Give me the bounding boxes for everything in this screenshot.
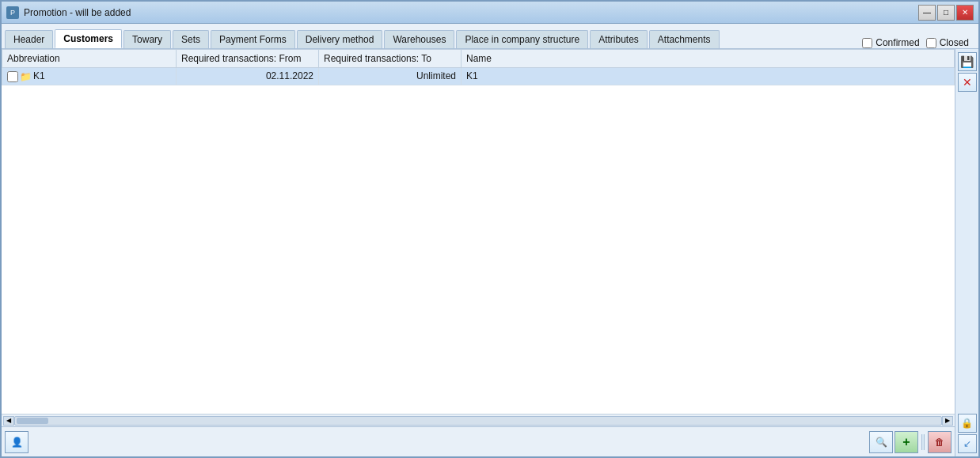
- title-bar: P Promotion - will be added — □ ✕: [2, 2, 978, 24]
- header-options: Confirmed Closed: [856, 37, 975, 48]
- app-icon: P: [6, 6, 19, 19]
- customers-table: Abbreviation Required transactions: From…: [2, 49, 955, 85]
- person-button[interactable]: 👤: [5, 431, 28, 453]
- maximize-button[interactable]: □: [937, 5, 955, 21]
- tabs-bar: HeaderCustomersTowarySetsPayment FormsDe…: [2, 24, 978, 49]
- separator: [921, 434, 925, 450]
- scroll-left-arrow[interactable]: ◀: [3, 416, 14, 426]
- main-window: P Promotion - will be added — □ ✕ Header…: [0, 0, 980, 458]
- closed-checkbox[interactable]: [926, 38, 936, 48]
- data-table[interactable]: Abbreviation Required transactions: From…: [2, 49, 955, 414]
- lock-button[interactable]: 🔒: [958, 414, 977, 433]
- minimize-button[interactable]: —: [918, 5, 936, 21]
- scrollbar-track[interactable]: [14, 416, 942, 426]
- content-area: Abbreviation Required transactions: From…: [2, 49, 978, 456]
- scroll-right-arrow[interactable]: ▶: [942, 416, 953, 426]
- title-controls: — □ ✕: [918, 5, 974, 21]
- tab-customers[interactable]: Customers: [55, 29, 122, 48]
- search-button[interactable]: 🔍: [869, 431, 893, 453]
- cell-from: 02.11.2022: [177, 68, 319, 85]
- lock-icon: 🔒: [961, 418, 973, 429]
- discard-button[interactable]: ✕: [958, 73, 977, 92]
- cell-to: Unlimited: [319, 68, 462, 85]
- discard-icon: ✕: [963, 76, 972, 89]
- close-button[interactable]: ✕: [956, 5, 974, 21]
- tab-payment-forms[interactable]: Payment Forms: [211, 30, 295, 48]
- tab-towary[interactable]: Towary: [123, 30, 171, 48]
- tab-delivery-method[interactable]: Delivery method: [297, 30, 383, 48]
- confirmed-group: Confirmed: [862, 37, 919, 48]
- horizontal-scrollbar[interactable]: ◀ ▶: [2, 414, 955, 426]
- save-icon: 💾: [960, 55, 974, 68]
- side-toolbar: 💾 ✕ 🔒 ↙: [955, 49, 978, 456]
- cell-name: K1: [462, 68, 955, 85]
- add-button[interactable]: +: [895, 431, 918, 453]
- window-title: Promotion - will be added: [24, 7, 131, 18]
- closed-label: Closed: [940, 37, 969, 48]
- col-header-name: Name: [462, 50, 955, 68]
- main-panel: Abbreviation Required transactions: From…: [2, 49, 955, 456]
- tab-header[interactable]: Header: [5, 30, 53, 48]
- tab-sets[interactable]: Sets: [173, 30, 209, 48]
- table-row[interactable]: 📁K102.11.2022UnlimitedK1: [2, 68, 955, 85]
- delete-button[interactable]: 🗑: [928, 431, 952, 453]
- tab-attributes[interactable]: Attributes: [590, 30, 648, 48]
- table-header-row: Abbreviation Required transactions: From…: [2, 50, 955, 68]
- navigate-button[interactable]: ↙: [958, 434, 977, 453]
- scrollbar-thumb[interactable]: [17, 418, 48, 424]
- person-icon: 👤: [11, 437, 23, 448]
- tab-place-in-company-structure[interactable]: Place in company structure: [456, 30, 588, 48]
- col-header-from: Required transactions: From: [177, 50, 319, 68]
- confirmed-label: Confirmed: [876, 37, 919, 48]
- search-icon: 🔍: [876, 437, 887, 448]
- add-icon: +: [902, 435, 910, 449]
- closed-group: Closed: [926, 37, 969, 48]
- cell-abbreviation: 📁K1: [2, 68, 177, 85]
- bottom-bar: 👤 🔍 + 🗑: [2, 426, 955, 456]
- col-header-abbreviation: Abbreviation: [2, 50, 177, 68]
- arrow-icon: ↙: [963, 438, 971, 449]
- col-header-to: Required transactions: To: [319, 50, 462, 68]
- delete-icon: 🗑: [935, 437, 944, 448]
- tab-attachments[interactable]: Attachments: [649, 30, 720, 48]
- tab-warehouses[interactable]: Warehouses: [384, 30, 454, 48]
- save-button[interactable]: 💾: [958, 52, 977, 71]
- confirmed-checkbox[interactable]: [862, 38, 872, 48]
- title-bar-left: P Promotion - will be added: [6, 6, 131, 19]
- row-checkbox[interactable]: [7, 71, 18, 82]
- folder-icon: 📁: [20, 71, 31, 82]
